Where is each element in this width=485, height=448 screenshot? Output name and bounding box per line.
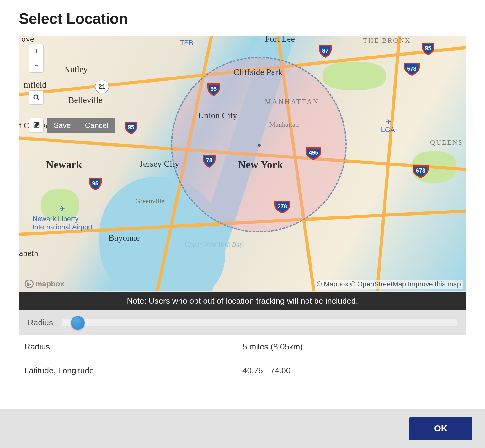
mapbox-logo-icon: ▸	[25, 280, 34, 288]
map-label-bronx: THE BRONX	[363, 36, 411, 45]
interstate-shield-95: 95	[207, 82, 221, 96]
airplane-icon: ✈	[59, 205, 65, 213]
interstate-shield-278: 278	[274, 200, 291, 213]
map-search-button[interactable]	[29, 90, 44, 105]
map-label-newark: Newark	[46, 159, 82, 171]
map-label-ove: ove	[21, 36, 34, 44]
svg-point-0	[34, 95, 38, 99]
page-title: Select Location	[19, 10, 466, 27]
search-icon	[33, 94, 40, 101]
interstate-shield-678: 678	[412, 164, 429, 178]
info-row-radius: Radius 5 miles (8.05km)	[19, 335, 466, 359]
edit-toolbar: Save Cancel	[47, 118, 115, 133]
map-label-cliffside: Cliffside Park	[234, 67, 283, 77]
map-label-fort-lee: Fort Lee	[265, 36, 295, 44]
zoom-in-button[interactable]: +	[29, 44, 44, 58]
radius-slider[interactable]	[62, 319, 457, 327]
map-label-nutley: Nutley	[64, 64, 88, 74]
interstate-shield-495: 495	[305, 146, 322, 160]
cancel-button[interactable]: Cancel	[78, 118, 115, 133]
edit-icon	[33, 122, 40, 129]
radius-slider-label: Radius	[28, 318, 53, 328]
map-label-lga: LGA	[381, 126, 395, 134]
info-row-latlon: Latitude, Longitude 40.75, -74.00	[19, 359, 466, 382]
map-label-manhattan-caps: MANHATTAN	[265, 98, 319, 106]
airplane-icon: ✈	[386, 118, 391, 126]
save-button[interactable]: Save	[47, 118, 78, 133]
radius-slider-row: Radius	[19, 310, 466, 335]
mapbox-logo: ▸ mapbox	[25, 280, 64, 288]
info-label-radius: Radius	[24, 342, 242, 352]
info-label-latlon: Latitude, Longitude	[24, 366, 242, 376]
footer: OK	[0, 409, 485, 448]
map-label-newark-airport: Newark Liberty International Airport	[33, 215, 93, 231]
map-label-manhattan: Manhattan	[269, 120, 299, 129]
plus-icon: +	[34, 47, 39, 56]
map-label-queens: QUEENS	[430, 138, 463, 147]
route-badge-21: 21	[95, 80, 109, 93]
interstate-shield-78: 78	[202, 154, 216, 168]
map-attribution[interactable]: © Mapbox © OpenStreetMap Improve this ma…	[315, 280, 463, 289]
map-label-teb: TEB	[180, 39, 194, 47]
info-value-radius: 5 miles (8.05km)	[242, 342, 461, 352]
info-value-latlon: 40.75, -74.00	[242, 366, 461, 376]
interstate-shield-87: 87	[318, 44, 332, 58]
map-edit-button[interactable]	[29, 118, 44, 132]
interstate-shield-678: 678	[403, 62, 420, 76]
map-label-jersey-city: Jersey City	[140, 159, 179, 169]
map-label-belleville: Belleville	[68, 95, 103, 105]
zoom-out-button[interactable]: −	[29, 58, 44, 73]
interstate-shield-95: 95	[88, 177, 102, 190]
ok-button[interactable]: OK	[409, 417, 472, 440]
map-label-new-york: New York	[238, 159, 283, 171]
interstate-shield-95: 95	[421, 41, 435, 55]
radius-slider-thumb[interactable]	[71, 316, 85, 330]
svg-line-1	[37, 99, 39, 100]
map-label-union-city: Union City	[198, 110, 237, 120]
map[interactable]: New York Manhattan MANHATTAN Jersey City…	[19, 36, 466, 292]
map-label-upper-bay: Upper New York Bay	[184, 240, 243, 248]
note-bar: Note: Users who opt out of location trac…	[19, 292, 466, 310]
interstate-shield-95: 95	[124, 120, 138, 134]
info-table: Radius 5 miles (8.05km) Latitude, Longit…	[19, 335, 466, 382]
minus-icon: −	[34, 61, 39, 70]
map-label-bayonne: Bayonne	[109, 233, 140, 243]
map-label-bloomfield: mfield	[24, 80, 46, 90]
map-label-greenville: Greenville	[135, 197, 164, 205]
map-label-elizabeth: abeth	[19, 248, 38, 258]
